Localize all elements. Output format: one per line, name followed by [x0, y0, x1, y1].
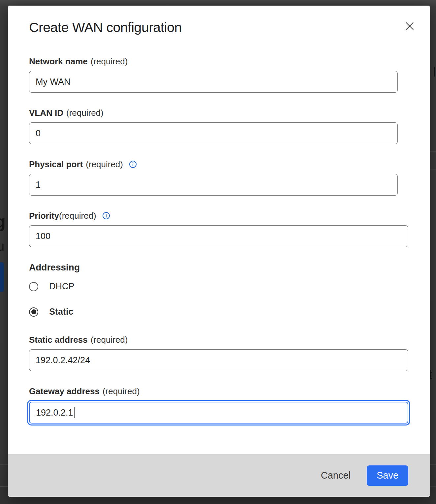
network-name-label: Network name (required) — [29, 56, 430, 67]
required-hint: (required) — [91, 56, 128, 67]
field-label-text: Physical port — [29, 159, 83, 170]
static-address-label: Static address (required) — [29, 334, 430, 345]
gateway-address-label: Gateway address (required) — [29, 386, 430, 397]
radio-selected-icon[interactable] — [29, 307, 38, 317]
priority-label: Priority (required) — [29, 210, 430, 221]
field-label-text: VLAN ID — [29, 107, 63, 118]
background-divider — [430, 169, 436, 170]
background-divider — [430, 464, 436, 465]
save-button[interactable]: Save — [367, 465, 408, 486]
static-address-input[interactable] — [29, 349, 408, 371]
background-divider — [0, 486, 8, 487]
background-divider — [0, 464, 8, 465]
background-button-fragment — [0, 262, 4, 292]
field-label-text: Static address — [29, 334, 88, 345]
background-text-fragment: u — [0, 239, 4, 254]
text-cursor — [74, 407, 75, 418]
dialog-footer: Cancel Save — [8, 454, 430, 497]
info-icon[interactable] — [129, 160, 137, 168]
field-label-text: Priority — [29, 210, 59, 221]
vlan-id-label: VLAN ID (required) — [29, 107, 430, 118]
close-icon-glyph — [405, 21, 415, 31]
cancel-button[interactable]: Cancel — [321, 470, 351, 481]
close-icon[interactable] — [402, 19, 417, 33]
field-label-text: Gateway address — [29, 386, 100, 397]
create-wan-dialog: Create WAN configuration Network name (r… — [8, 6, 430, 497]
required-hint: (required) — [86, 159, 123, 170]
vlan-id-input[interactable] — [29, 122, 398, 144]
radio-label: Static — [49, 307, 74, 317]
priority-input[interactable] — [29, 225, 408, 247]
addressing-heading: Addressing — [29, 262, 430, 273]
radio-unselected-icon[interactable] — [29, 282, 38, 291]
required-hint: (required) — [59, 210, 96, 221]
required-hint: (required) — [66, 107, 104, 118]
gateway-address-input[interactable]: 192.0.2.1 — [29, 402, 408, 424]
network-name-input[interactable] — [29, 71, 398, 93]
background-divider — [430, 486, 436, 487]
dialog-title: Create WAN configuration — [29, 20, 430, 35]
physical-port-label: Physical port (required) — [29, 159, 430, 170]
background-divider — [430, 151, 436, 152]
info-icon[interactable] — [102, 212, 110, 220]
addressing-option-static[interactable]: Static — [29, 307, 430, 317]
required-hint: (required) — [91, 334, 128, 345]
physical-port-input[interactable] — [29, 174, 398, 196]
radio-label: DHCP — [49, 281, 75, 292]
addressing-option-dhcp[interactable]: DHCP — [29, 281, 430, 292]
background-text-fragment: g — [0, 211, 6, 232]
gateway-address-value: 192.0.2.1 — [36, 408, 73, 418]
field-label-text: Network name — [29, 56, 88, 67]
required-hint: (required) — [103, 386, 140, 397]
dialog-content: Network name (required) VLAN ID (require… — [8, 56, 430, 424]
